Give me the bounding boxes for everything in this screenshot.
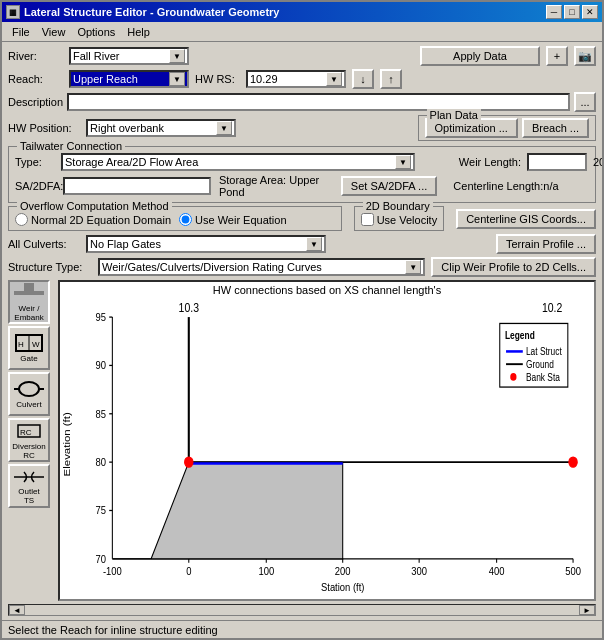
svg-text:70: 70: [96, 553, 107, 565]
status-bar: Select the Reach for inline structure ed…: [2, 620, 602, 638]
svg-text:-100: -100: [103, 566, 122, 578]
svg-text:95: 95: [96, 311, 107, 323]
chart-area: 95 90 85 80 75: [60, 298, 594, 597]
window-title: Lateral Structure Editor - Groundwater G…: [24, 6, 280, 18]
set-sa2dfa-button[interactable]: Set SA/2DFA ...: [341, 176, 437, 196]
weir-profile-button[interactable]: Clip Weir Profile to 2D Cells...: [431, 257, 596, 277]
weir-length-row: Weir Length: 200.00: [421, 153, 589, 171]
svg-point-46: [185, 457, 193, 467]
sidebar-diversion-button[interactable]: RC DiversionRC: [8, 418, 50, 462]
hw-rs-combo[interactable]: 10.29 ▼: [246, 70, 346, 88]
type-row: Type: Storage Area/2D Flow Area ▼ Weir L…: [15, 153, 589, 171]
hw-position-combo[interactable]: Right overbank ▼: [86, 119, 236, 137]
svg-text:500: 500: [565, 566, 581, 578]
river-combo[interactable]: Fall River ▼: [69, 47, 189, 65]
menu-file[interactable]: File: [6, 25, 36, 39]
radio-row: Normal 2D Equation Domain Use Weir Equat…: [15, 213, 335, 226]
hw-rs-down-button[interactable]: ↓: [352, 69, 374, 89]
sidebar-culvert-button[interactable]: Culvert: [8, 372, 50, 416]
reach-dropdown-btn[interactable]: ▼: [169, 72, 185, 86]
svg-text:0: 0: [186, 566, 191, 578]
description-more-button[interactable]: ...: [574, 92, 596, 112]
use-velocity-checkbox[interactable]: [361, 213, 374, 226]
description-row: Description ...: [8, 92, 596, 112]
svg-text:75: 75: [96, 504, 107, 516]
centerline-gis-button[interactable]: Centerline GIS Coords...: [456, 209, 596, 229]
hw-rs-value: 10.29: [250, 73, 326, 85]
tailwater-group: Tailwater Connection Type: Storage Area/…: [8, 146, 596, 203]
type-combo[interactable]: Storage Area/2D Flow Area ▼: [61, 153, 415, 171]
normal-2d-radio-label[interactable]: Normal 2D Equation Domain: [15, 213, 171, 226]
camera-icon-button[interactable]: 📷: [574, 46, 596, 66]
svg-text:10.3: 10.3: [179, 300, 199, 314]
structure-type-combo[interactable]: Weir/Gates/Culverts/Diversion Rating Cur…: [98, 258, 425, 276]
overflow-row: Overflow Computation Method Normal 2D Eq…: [8, 206, 596, 231]
weir-length-label: Weir Length:: [421, 156, 521, 168]
svg-point-56: [510, 373, 516, 381]
sidebar-outlet-button[interactable]: OutletTS: [8, 464, 50, 508]
maximize-button[interactable]: □: [564, 5, 580, 19]
svg-rect-0: [14, 291, 44, 295]
lower-area: Weir /Embank H W Gate: [8, 280, 596, 601]
svg-point-6: [19, 382, 39, 396]
use-weir-radio-label[interactable]: Use Weir Equation: [179, 213, 287, 226]
svg-text:Bank Sta: Bank Sta: [526, 372, 561, 383]
menu-view[interactable]: View: [36, 25, 72, 39]
minimize-button[interactable]: ─: [546, 5, 562, 19]
culverts-combo[interactable]: No Flap Gates ▼: [86, 235, 326, 253]
hw-rs-dropdown-btn[interactable]: ▼: [326, 72, 342, 86]
hw-rs-up-button[interactable]: ↑: [380, 69, 402, 89]
svg-text:Lat Struct: Lat Struct: [526, 347, 562, 358]
sidebar-gate-button[interactable]: H W Gate: [8, 326, 50, 370]
normal-2d-radio[interactable]: [15, 213, 28, 226]
svg-text:H: H: [18, 340, 24, 349]
apply-data-button[interactable]: Apply Data: [420, 46, 540, 66]
sidebar-weir-button[interactable]: Weir /Embank: [8, 280, 50, 324]
use-velocity-label[interactable]: Use Velocity: [361, 213, 438, 226]
culverts-dropdown-btn[interactable]: ▼: [306, 237, 322, 251]
diversion-icon: RC: [14, 421, 44, 441]
sa2dfa-label: SA/2DFA:: [15, 180, 57, 192]
scroll-left-button[interactable]: ◄: [9, 605, 25, 615]
terrain-profile-button[interactable]: Terrain Profile ...: [496, 234, 596, 254]
svg-text:RC: RC: [20, 428, 32, 437]
use-weir-radio[interactable]: [179, 213, 192, 226]
scroll-right-button[interactable]: ►: [579, 605, 595, 615]
breach-button[interactable]: Breach ...: [522, 118, 589, 138]
sa2dfa-row: SA/2DFA: Storage Area: Upper Pond Set SA…: [15, 174, 589, 198]
no-flap-gates-value: No Flap Gates: [90, 238, 306, 250]
structure-type-label: Structure Type:: [8, 261, 92, 273]
svg-marker-1: [24, 283, 34, 291]
river-dropdown-btn[interactable]: ▼: [169, 49, 185, 63]
svg-text:W: W: [32, 340, 40, 349]
type-dropdown-btn[interactable]: ▼: [395, 155, 411, 169]
optimization-button[interactable]: Optimization ...: [425, 118, 518, 138]
menu-help[interactable]: Help: [121, 25, 156, 39]
type-value: Storage Area/2D Flow Area: [65, 156, 395, 168]
left-sidebar: Weir /Embank H W Gate: [8, 280, 52, 601]
close-button[interactable]: ✕: [582, 5, 598, 19]
weir-icon: [14, 283, 44, 303]
scroll-track: [25, 606, 579, 614]
structure-type-dropdown-btn[interactable]: ▼: [405, 260, 421, 274]
menu-options[interactable]: Options: [71, 25, 121, 39]
svg-text:200: 200: [335, 566, 351, 578]
plan-data-group: Plan Data Optimization ... Breach ...: [418, 115, 596, 141]
reach-combo[interactable]: Upper Reach ▼: [69, 70, 189, 88]
boundary-label: 2D Boundary: [363, 200, 433, 212]
weir-length-input[interactable]: [527, 153, 587, 171]
svg-point-47: [569, 457, 577, 467]
description-input[interactable]: [67, 93, 570, 111]
svg-text:Ground: Ground: [526, 359, 554, 370]
reach-row: Reach: Upper Reach ▼ HW RS: 10.29 ▼ ↓ ↑: [8, 69, 596, 89]
sa2dfa-input[interactable]: [63, 177, 211, 195]
content-area: River: Fall River ▼ Apply Data + 📷 Reach…: [2, 42, 602, 620]
river-label: River:: [8, 50, 63, 62]
chart-container: HW connections based on XS channel lengt…: [58, 280, 596, 601]
svg-text:80: 80: [96, 456, 107, 468]
scrollbar[interactable]: ◄ ►: [8, 604, 596, 616]
structure-type-value: Weir/Gates/Culverts/Diversion Rating Cur…: [102, 261, 405, 273]
sa2dfa-value: Storage Area: Upper Pond: [219, 174, 331, 198]
hw-position-dropdown-btn[interactable]: ▼: [216, 121, 232, 135]
add-icon-button[interactable]: +: [546, 46, 568, 66]
